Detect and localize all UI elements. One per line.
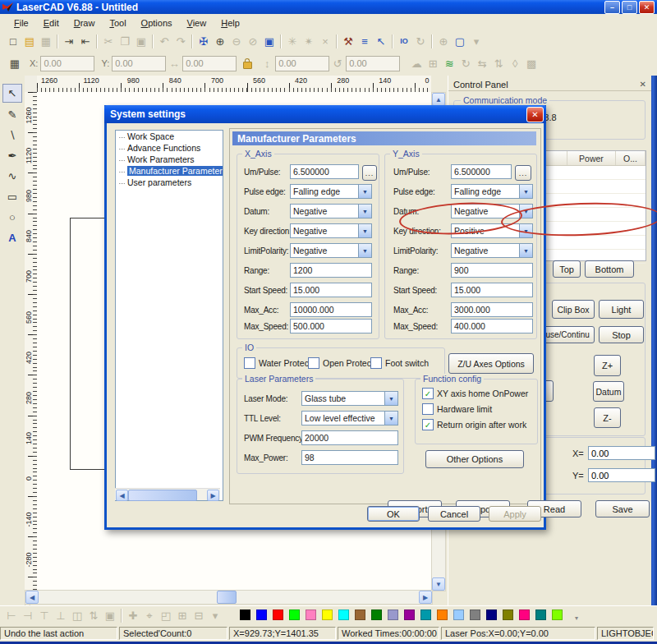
y-start-speed-input[interactable]: 15.000 [451,283,533,297]
zu-axes-options-button[interactable]: Z/U Axes Options [448,353,534,374]
group-icon[interactable]: ⊞ [174,609,191,623]
align-left-icon[interactable]: ⊢ [3,609,20,623]
dialog-title-bar[interactable]: System settings ✕ [104,105,546,123]
x-start-speed-input[interactable]: 15.000 [290,283,372,297]
y-um-browse-button[interactable]: ... [515,165,531,181]
other-options-button[interactable]: Other Options [425,450,524,468]
node-tool[interactable]: ✎ [3,106,21,123]
ok-button[interactable]: OK [367,506,420,522]
mirror-v-icon[interactable]: ⇅ [490,56,507,71]
palette-swatch[interactable] [503,610,513,620]
palette-swatch[interactable] [420,610,431,620]
palette-swatch[interactable] [338,610,349,620]
panel-close-icon[interactable]: ✕ [640,80,646,89]
palette-swatch[interactable] [519,610,530,620]
palette-overflow-icon[interactable]: ▾ [575,614,578,622]
palette-swatch[interactable] [437,610,448,620]
palette-swatch[interactable] [470,610,480,620]
node-add-icon[interactable]: ✴ [301,34,317,48]
pick-icon[interactable]: ↖ [373,34,389,48]
title-bar[interactable]: LaserCAD V6.88 - Untitled – □ ✕ [0,0,657,14]
checkbox-box[interactable] [370,357,382,369]
x-max-speed-input[interactable]: 500.000 [290,319,372,334]
align-bottom-icon[interactable]: ⊥ [53,609,69,623]
checkbox-box[interactable] [422,419,434,430]
max-power-input[interactable]: 98 [301,450,398,465]
apply-button[interactable]: Apply [489,506,541,522]
palette-swatch[interactable] [535,610,546,620]
stop-button[interactable]: Stop [599,326,644,343]
tree-item[interactable]: Work Space [116,131,223,142]
checkbox-box[interactable] [308,357,319,369]
palette-swatch[interactable] [322,610,333,620]
y-max-acc-input[interactable]: 3000.000 [451,302,533,317]
scroll-up-icon[interactable]: ▲ [432,93,445,106]
laser-mode-select[interactable]: Glass tube▼ [301,391,398,406]
tree-scrollbar[interactable]: ◀ ▶ [115,488,220,500]
scrollbar-thumb[interactable] [128,490,197,501]
y-range-input[interactable]: 900 [451,263,533,278]
copy-icon[interactable]: ❐ [117,34,133,48]
x-limit-polarity-select[interactable]: Negative▼ [290,243,372,258]
line-tool[interactable]: ∖ [3,126,21,144]
pattern-icon[interactable]: ▩ [523,56,540,71]
datum-button[interactable]: Datum [593,381,624,402]
x-range-input[interactable]: 1200 [290,263,372,278]
x-key-direction-select[interactable]: Negative▼ [290,223,372,238]
array-copy-icon[interactable]: ⊞ [425,56,441,71]
x-um-pulse-input[interactable]: 6.500000 [290,164,359,179]
menu-item[interactable]: Draw [67,16,103,30]
icon[interactable] [152,34,154,48]
palette-swatch[interactable] [289,610,300,620]
size-icon[interactable]: ⌖ [141,609,158,623]
undo-icon[interactable]: ↶ [156,34,172,48]
download-monitor-icon[interactable]: ▢ [452,34,468,48]
icon[interactable] [191,34,193,48]
y-pos-input[interactable] [112,56,166,71]
x-max-acc-input[interactable]: 10000.000 [290,302,372,317]
redo-icon[interactable]: ↷ [172,34,189,48]
x-coord-input[interactable] [588,446,655,460]
y-coord-input[interactable] [588,468,655,482]
rotate-icon[interactable]: ↻ [457,56,474,71]
function-checkbox[interactable]: XY axis home OnPower [422,388,528,399]
z-minus-button[interactable]: Z- [594,407,621,428]
zoom-in-icon[interactable]: ⊕ [212,34,228,48]
node-edit-icon[interactable]: ✳ [284,34,301,48]
palette-swatch[interactable] [240,610,250,620]
light-button[interactable]: Light [599,300,644,319]
open-file-icon[interactable]: ▤ [21,34,38,48]
close-button[interactable]: ✕ [639,1,655,14]
center-page-icon[interactable]: ▣ [102,609,118,623]
menu-item[interactable]: Edit [36,16,67,30]
y-limit-polarity-select[interactable]: Negative▼ [451,243,533,258]
layers-icon[interactable]: ≋ [441,56,457,71]
curve-tool[interactable]: ∿ [3,168,21,185]
top-button[interactable]: Top [553,260,581,278]
chevron-down-icon[interactable]: ▼ [358,224,371,237]
paste-icon[interactable]: ▣ [133,34,149,48]
chevron-down-icon[interactable]: ▼ [384,392,397,405]
x-pos-input[interactable] [40,56,94,71]
menu-item[interactable]: Tool [102,16,133,30]
function-checkbox[interactable]: Return origin after work [422,419,526,430]
mirror-h-icon[interactable]: ⇆ [474,56,490,71]
cut-icon[interactable]: ✂ [100,34,117,48]
aspect-lock-icon[interactable] [243,62,252,69]
align-top-icon[interactable]: ⊤ [36,609,53,623]
clip-box-button[interactable]: Clip Box [552,300,595,319]
scroll-right-icon[interactable]: ▶ [419,591,432,604]
function-checkbox[interactable]: Hardware limit [422,403,492,415]
chevron-down-icon[interactable]: ▼ [384,412,397,425]
tree-item[interactable]: Work Parameters [116,154,223,165]
chevron-down-icon[interactable]: ▼ [519,224,532,237]
rotate-input[interactable] [346,56,400,71]
menu-item[interactable]: Help [214,16,247,30]
y-pulse-edge-select[interactable]: Falling edge▼ [451,184,533,199]
palette-swatch[interactable] [404,610,415,620]
chevron-down-icon[interactable]: ▼ [358,244,371,257]
water-protect-checkbox[interactable]: Water Protect [244,357,311,369]
move-icon[interactable]: ✚ [125,609,141,623]
io-test-icon[interactable]: IO [396,34,412,48]
icon[interactable] [96,34,98,48]
